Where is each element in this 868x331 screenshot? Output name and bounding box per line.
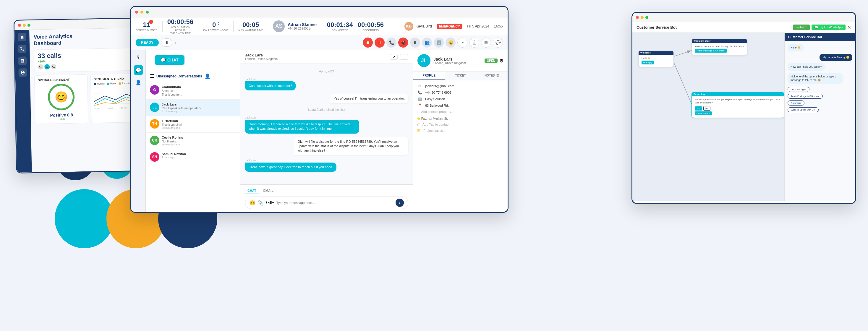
msg-5: Jack Lars Great, have a great day. Feel …	[245, 159, 336, 172]
sentiment-emoji: 😊	[54, 91, 68, 103]
agent-name: Adrian Skinner	[288, 22, 317, 27]
right-contact-panel: JL Jack Lars London, United Kingdom OPEN…	[413, 50, 507, 212]
sidebar-person-icon[interactable]: 👤	[134, 78, 143, 87]
conv-item-0[interactable]: G Gianndurata Anna Lee Thank you for...	[146, 82, 240, 100]
chat-input-row: 😊 📎 GIF ›	[245, 197, 408, 209]
contact-header: JL Jack Lars London, United Kingdom OPEN…	[413, 50, 507, 71]
conv-time-2: 30 minutes ago	[162, 127, 236, 129]
sidebar-home-icon[interactable]	[18, 33, 26, 41]
divider-4	[268, 21, 268, 32]
returning-node-text: We accept returns of unopened products u…	[695, 98, 781, 104]
phone-value: +44 20 7748 0906	[425, 91, 452, 94]
close-bot-icon[interactable]: ✕	[847, 25, 851, 30]
publish-button[interactable]: Publish	[793, 25, 810, 30]
send-button[interactable]: ›	[396, 199, 404, 207]
option-speak[interactable]: Want to Speak with Bot	[787, 107, 818, 112]
transfer-btn[interactable]: ⏸	[410, 37, 420, 47]
more-btn-2[interactable]: 📋	[469, 37, 479, 47]
bot-msg-options: Pick one of the options below or type a …	[787, 73, 843, 84]
conf-btn[interactable]: 👥	[422, 37, 432, 47]
profile-tab[interactable]: PROFILE	[413, 71, 445, 80]
option-track[interactable]: Track Package & Shipment	[787, 94, 823, 99]
attach-icon[interactable]: 📎	[258, 200, 264, 206]
sidebar-phone-icon[interactable]	[18, 45, 26, 53]
sidebar-settings-icon[interactable]	[18, 68, 27, 76]
chat-contact-location: London, United Kingdom	[245, 57, 278, 61]
hold-btn[interactable]: ⏸	[375, 37, 384, 47]
browser-dot-red	[18, 24, 21, 27]
avg-duration-metric: 00:00:56 AVG DURATION 00:00:12 AVG ANOW …	[167, 18, 193, 35]
chat-ctrl-btn[interactable]: 💬	[493, 37, 503, 47]
chat-input[interactable]	[276, 201, 393, 204]
conv-item-1[interactable]: JL Jack Lars Can I speak with an operato…	[146, 100, 240, 116]
expand-btn[interactable]: ↗	[390, 54, 398, 60]
sidebar-mic-icon[interactable]: 🎙	[134, 53, 143, 62]
ticket-tab[interactable]: TICKET	[445, 71, 476, 80]
contact-tabs: PROFILE TICKET NOTES (3)	[413, 71, 507, 80]
browser-bar-center	[131, 7, 507, 18]
add-tag[interactable]: 🏷 Add Tag to contact	[417, 123, 504, 126]
add-icon: 👤	[205, 73, 211, 79]
emoji-input-icon[interactable]: 😊	[250, 200, 255, 206]
ready-button[interactable]: READY	[136, 39, 159, 46]
sidebar-chart-icon[interactable]	[18, 57, 27, 65]
mute-btn[interactable]: 📞	[386, 37, 397, 47]
returning-node: Returning We accept returns of unopened …	[691, 92, 784, 118]
avg-anow-value: 00:00:12	[175, 29, 185, 32]
agent-avatar: AS	[273, 21, 285, 32]
add-property[interactable]: + Add contact property...	[417, 110, 504, 113]
conv-title: Unassigned Conversations	[156, 74, 202, 78]
conv-item-3[interactable]: CR Cecile Rollins No, thanks. 55 minutes…	[146, 133, 240, 149]
chat-button[interactable]: 💬 CHAT	[155, 55, 184, 65]
tab-email-btn[interactable]: EMAIL	[261, 188, 276, 194]
user-info: KB Kayla Bird	[404, 22, 432, 31]
conv-name-0: Gianndurata	[162, 85, 236, 89]
conv-item-2[interactable]: TH T Harrison Thank you Jack 30 minutes …	[146, 116, 240, 133]
conv-name-1: Jack Lars	[162, 103, 236, 106]
option-returning[interactable]: Returning	[787, 100, 804, 105]
hangup-btn[interactable]: 📵	[398, 37, 408, 47]
chat-icon: 💬	[160, 58, 165, 62]
more-btn-1[interactable]: ⋯	[457, 37, 467, 47]
welcome-node-label: Welcome	[639, 51, 674, 55]
served-missed-badge: !	[149, 20, 153, 24]
date-display: Fri 5 Apr 2024	[467, 24, 489, 28]
chat-header-actions: ↗ ⋮	[390, 54, 408, 60]
recording-label: RECORDING	[363, 29, 379, 32]
track-order-text: You can track your order through the lin…	[695, 45, 744, 48]
sidebar-chat-icon[interactable]: 💬	[134, 65, 143, 75]
bot-builder-body: Welcome Hello 👋 ↩ Reply Track my order Y…	[632, 33, 855, 201]
track-order-label: Track my order	[692, 39, 747, 43]
bot-header-buttons: Publish 💬 Try On WhatsApp ✕	[793, 25, 851, 30]
arrow-icon[interactable]: ›	[175, 40, 176, 45]
open-badge: OPEN	[485, 59, 498, 63]
dot-green-r	[645, 16, 648, 19]
contact-name: Jack Lars	[433, 57, 466, 62]
calls-icons: 📞 📞 📞	[38, 63, 134, 70]
emoji-btn[interactable]: 😊	[445, 37, 456, 47]
chat-area: Jack Lars London, United Kingdom ↗ ⋮ Apr…	[240, 50, 413, 212]
call-left-sidebar: 🎙 💬 👤	[131, 50, 146, 212]
call-center-screen: 11 ! SERVED/MISSED 00:00:56 AVG DURATION…	[130, 6, 508, 213]
call-icon-3: 📞	[51, 64, 56, 69]
option-catalogue[interactable]: Our Catalogue	[787, 87, 809, 92]
msg-4: Ok, I will file a dispute for the fine R…	[294, 137, 408, 156]
record-btn[interactable]: ⏺	[363, 37, 373, 47]
max-waiting-value: 00:05	[242, 21, 259, 29]
try-whatsapp-button[interactable]: 💬 Try On WhatsApp	[811, 25, 845, 30]
email-ctrl-btn[interactable]: ✉	[481, 37, 491, 47]
contact-avatar: JL	[417, 54, 430, 67]
tab-chat-btn[interactable]: CHAT	[245, 188, 259, 194]
dtmf-btn[interactable]: 🔢	[434, 37, 444, 47]
calls-waiting-label: CALLS WAITING/VIP	[203, 29, 228, 32]
conv-item-4[interactable]: SN Samuel Newton 1 hour ago	[146, 149, 240, 165]
pause-button[interactable]: ⏸	[161, 38, 173, 47]
more-options-btn[interactable]: ⋮	[400, 54, 408, 60]
bot-chat-preview: Customer Service Bot Hello 👋 My name is …	[784, 33, 855, 201]
conv-avatar-3: CR	[150, 136, 159, 145]
settings-icon[interactable]: ⚙	[499, 58, 503, 64]
gif-icon[interactable]: GIF	[266, 200, 274, 205]
notes-tab[interactable]: NOTES (3)	[476, 71, 507, 80]
conv-preview-3: No, thanks.	[162, 140, 236, 143]
avg-duration-value: 00:00:56	[167, 18, 193, 26]
